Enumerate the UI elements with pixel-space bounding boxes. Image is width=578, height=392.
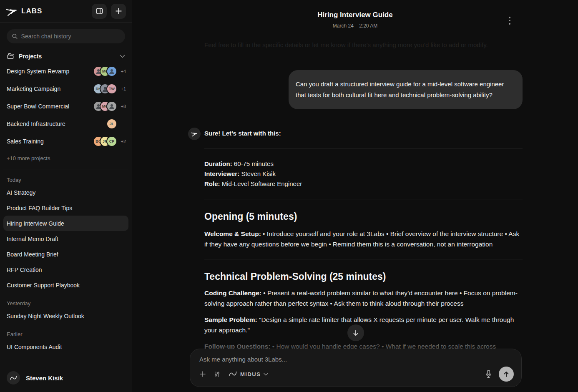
divider xyxy=(204,199,523,199)
history-item-board-meeting-brief[interactable]: Board Meeting Brief xyxy=(3,246,128,262)
user-message-text: Can you draft a structured interview gui… xyxy=(296,80,504,98)
header-divider xyxy=(44,0,44,22)
projects-header[interactable]: Projects xyxy=(7,53,125,60)
project-item-design-system-revamp[interactable]: Design System Revamp MC +4 xyxy=(0,63,132,80)
attach-button[interactable] xyxy=(199,371,206,377)
avatar xyxy=(94,102,103,111)
search-chat-box[interactable] xyxy=(7,29,125,43)
divider xyxy=(204,148,523,148)
chat-options-button[interactable] xyxy=(507,15,512,26)
logo-text: LABS xyxy=(21,7,42,15)
extra-members-count: +1 xyxy=(119,86,126,91)
history-item-label: AI Strategy xyxy=(7,189,35,196)
user-message-bubble: Can you draft a structured interview gui… xyxy=(289,70,523,109)
avatar-stack: JL xyxy=(107,119,126,128)
model-selector[interactable]: MIDUS xyxy=(228,371,268,377)
wave-icon xyxy=(10,375,17,381)
project-item-backend-infrastructure[interactable]: Backend Infrastructure JL xyxy=(0,115,132,133)
history-item-label: Hiring Interview Guide xyxy=(7,220,64,227)
avatar xyxy=(101,84,110,93)
previous-message-faded: Feel free to fill in the specific detail… xyxy=(204,41,523,48)
sidebar-divider xyxy=(3,169,128,169)
projects-folder-icon xyxy=(7,53,15,60)
extra-members-count: +4 xyxy=(119,69,126,74)
send-button[interactable] xyxy=(499,367,514,382)
history-section-yesterday: Yesterday xyxy=(7,300,125,307)
avatar-stack: MC +4 xyxy=(94,67,126,76)
project-name: Sales Training xyxy=(7,138,44,145)
history-item-label: Product FAQ Builder Tips xyxy=(7,205,72,211)
chevron-down-icon[interactable] xyxy=(120,55,125,58)
sidebar-header: LABS xyxy=(0,0,132,23)
message-input[interactable] xyxy=(199,356,514,363)
history-item-label: UI Components Audit xyxy=(7,344,62,350)
avatar-stack: MG +8 xyxy=(94,102,126,111)
history-item-label: Sunday Night Weekly Outlook xyxy=(7,313,84,319)
wave-icon xyxy=(228,371,237,377)
avatar xyxy=(107,67,116,76)
project-item-super-bowl-commercial[interactable]: Super Bowl Commercial MG +8 xyxy=(0,98,132,115)
panel-icon xyxy=(95,7,103,15)
chat-main: Hiring Interview Guide March 24 – 2:20 A… xyxy=(132,0,578,392)
project-name: Design System Revamp xyxy=(7,68,69,75)
section-heading-technical: Technical Problem-Solving (25 minutes) xyxy=(204,271,523,282)
history-item-label: RFP Creation xyxy=(7,266,42,273)
search-icon xyxy=(12,33,18,40)
interview-meta: Duration: 60-75 minutes Interviewer: Ste… xyxy=(204,159,523,189)
microphone-icon xyxy=(485,369,492,379)
plus-icon xyxy=(115,8,122,15)
search-input[interactable] xyxy=(21,33,120,40)
sliders-icon xyxy=(214,371,221,378)
avatar-stack: BO JM CP +2 xyxy=(94,137,126,146)
new-chat-button[interactable] xyxy=(111,4,126,19)
meta-interviewer: Interviewer: Steven Kisik xyxy=(204,169,523,179)
history-item-internal-memo-draft[interactable]: Internal Memo Draft xyxy=(3,231,128,246)
app-logo[interactable]: LABS xyxy=(6,6,42,16)
history-item-product-faq-builder-tips[interactable]: Product FAQ Builder Tips xyxy=(3,200,128,216)
assistant-avatar xyxy=(188,128,201,140)
history-item-rfp-creation[interactable]: RFP Creation xyxy=(3,262,128,277)
project-item-sales-training[interactable]: Sales Training BO JM CP +2 xyxy=(0,133,132,150)
meta-role: Role: Mid-Level Software Engineer xyxy=(204,179,523,189)
composer: MIDUS xyxy=(190,349,522,387)
history-item-hiring-interview-guide[interactable]: Hiring Interview Guide xyxy=(3,216,128,231)
history-item-sunday-night-weekly-outlook[interactable]: Sunday Night Weekly Outlook xyxy=(3,308,128,324)
tools-button[interactable] xyxy=(214,371,221,378)
history-section-today: Today xyxy=(7,177,125,183)
history-item-ui-components-audit[interactable]: UI Components Audit xyxy=(3,339,128,354)
history-item-customer-support-playbook[interactable]: Customer Support Playbook xyxy=(3,277,128,293)
avatar: CP xyxy=(107,137,116,146)
plus-icon xyxy=(199,371,206,377)
project-item-marketing-campaign[interactable]: Marketing Campaign DK TW +1 xyxy=(0,80,132,98)
sidebar: LABS xyxy=(0,0,132,392)
project-name: Super Bowl Commercial xyxy=(7,103,69,110)
extra-members-count: +2 xyxy=(119,139,126,144)
project-name: Marketing Campaign xyxy=(7,85,60,92)
section-heading-opening: Opening (5 minutes) xyxy=(204,211,523,222)
assistant-intro: Sure! Let’s start with this: xyxy=(204,130,523,137)
projects-label: Projects xyxy=(19,53,42,60)
sidebar-footer: Steven Kisik xyxy=(0,366,132,392)
model-name: MIDUS xyxy=(240,371,261,377)
more-projects-link[interactable]: +10 more projects xyxy=(7,155,125,161)
user-avatar xyxy=(7,371,20,384)
paragraph-coding-challenge: Coding Challenge: • Present a real-world… xyxy=(204,288,523,309)
avatar-stack: DK TW +1 xyxy=(94,84,126,93)
avatar: TW xyxy=(107,84,116,93)
history-item-label: Customer Support Playbook xyxy=(7,282,80,289)
history-section-earlier: Earlier xyxy=(7,331,125,337)
chevron-down-icon xyxy=(264,373,268,376)
user-name: Steven Kisik xyxy=(26,374,63,382)
scroll-to-bottom-button[interactable] xyxy=(347,324,364,341)
extra-members-count: +8 xyxy=(119,104,126,109)
history-item-label: Internal Memo Draft xyxy=(7,236,58,242)
history-item-ai-strategy[interactable]: AI Strategy xyxy=(3,185,128,200)
avatar xyxy=(94,67,103,76)
avatar xyxy=(107,102,116,111)
divider xyxy=(204,259,523,259)
meta-duration: Duration: 60-75 minutes xyxy=(204,159,523,169)
user-profile[interactable]: Steven Kisik xyxy=(0,366,132,392)
mic-button[interactable] xyxy=(485,369,492,379)
app-root: LABS xyxy=(0,0,578,392)
toggle-sidebar-button[interactable] xyxy=(92,4,107,19)
